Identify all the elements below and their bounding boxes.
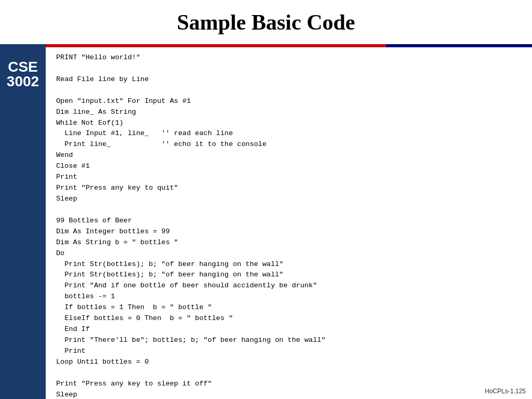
main-content: PRINT "Hello world!" Read File line by L… [46, 47, 532, 399]
page-title: Sample Basic Code [177, 10, 355, 35]
course-label: CSE 3002 [7, 49, 39, 89]
code-block: PRINT "Hello world!" Read File line by L… [56, 52, 522, 399]
sidebar: UCONN CSE 3002 [0, 0, 46, 399]
footer-label: HoCPLs-1.125 [485, 388, 526, 395]
cse-number: 3002 [7, 74, 39, 89]
header: Sample Basic Code [0, 0, 532, 44]
cse-text: CSE [7, 60, 39, 74]
